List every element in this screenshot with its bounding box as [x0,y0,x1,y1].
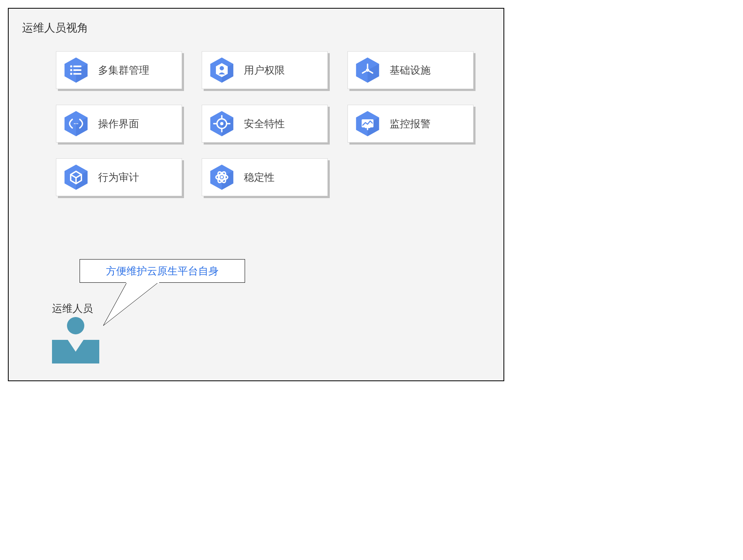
svg-point-21 [77,123,78,124]
braces-icon [63,110,89,137]
wrench-icon [354,57,381,83]
svg-rect-7 [73,73,81,74]
svg-point-43 [221,176,223,179]
feature-label: 基础设施 [390,63,431,77]
feature-card: 监控报警 [347,105,474,143]
actor-label: 运维人员 [52,302,93,315]
feature-label: 用户权限 [244,63,285,77]
svg-point-49 [67,317,84,334]
person-icon [48,316,103,363]
feature-card: 操作界面 [56,105,182,143]
speech-bubble: 方便维护云原生平台自身 [80,259,245,283]
feature-label: 安全特性 [244,117,285,131]
atom-icon [208,164,235,191]
feature-card: 基础设施 [347,51,474,89]
feature-card: 安全特性 [202,105,328,143]
svg-point-20 [76,123,77,124]
feature-label: 操作界面 [98,117,139,131]
svg-rect-3 [73,65,81,67]
target-icon [208,110,235,137]
svg-rect-5 [73,69,81,71]
diagram-frame: 运维人员视角 多集群管理 用户权限 基础设施 [8,8,504,381]
svg-point-4 [70,69,72,71]
feature-card: 用户权限 [202,51,328,89]
svg-point-10 [220,66,224,70]
chart-icon [354,110,381,137]
feature-grid: 多集群管理 用户权限 基础设施 操作界面 [56,51,492,196]
svg-point-25 [220,122,223,125]
svg-marker-47 [103,282,158,326]
user-icon [208,57,235,83]
feature-label: 监控报警 [390,117,431,131]
feature-card: 行为审计 [56,158,182,196]
feature-card: 多集群管理 [56,51,182,89]
svg-point-2 [70,65,72,67]
actor-area: 方便维护云原生平台自身 运维人员 [40,259,316,369]
svg-point-6 [70,73,72,75]
svg-point-19 [74,123,75,124]
list-icon [63,57,89,83]
diagram-title: 运维人员视角 [22,20,492,35]
feature-label: 行为审计 [98,171,139,184]
feature-label: 多集群管理 [98,63,149,77]
svg-point-13 [366,69,369,72]
feature-card: 稳定性 [202,158,328,196]
feature-label: 稳定性 [244,171,275,184]
speech-tail-icon [103,282,182,330]
cube-icon [63,164,89,191]
